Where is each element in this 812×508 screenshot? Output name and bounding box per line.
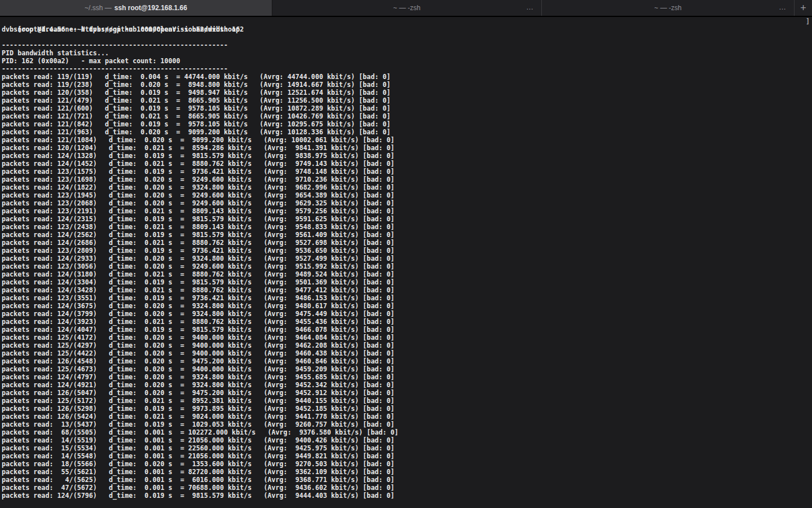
terminal-trailing-bracket: ]: [806, 17, 810, 25]
terminal-line: packets read: 124/(3799) d_time: 0.020 s…: [0, 310, 812, 318]
terminal-line: packets read: 68/(5505) d_time: 0.001 s …: [0, 428, 812, 436]
tab-title-command: ssh root@192.168.1.66: [114, 4, 187, 12]
terminal-line: packets read: 124/(4047) d_time: 0.019 s…: [0, 326, 812, 334]
terminal-line: packets read: 123/(1698) d_time: 0.020 s…: [0, 176, 812, 183]
terminal-line: packets read: 124/(2686) d_time: 0.021 s…: [0, 239, 812, 247]
terminal-line: packets read: 126/(4548) d_time: 0.020 s…: [0, 357, 812, 365]
terminal-line: packets read: 124/(3180) d_time: 0.021 s…: [0, 270, 812, 278]
terminal-line: packets read: 124/(4797) d_time: 0.020 s…: [0, 373, 812, 381]
terminal-line: packets read: 124/(3304) d_time: 0.019 s…: [0, 278, 812, 286]
terminal-line: packets read: 124/(1822) d_time: 0.020 s…: [0, 183, 812, 191]
terminal-line: packets read: 14/(5548) d_time: 0.001 s …: [0, 452, 812, 460]
terminal-line: packets read: 123/(2068) d_time: 0.020 s…: [0, 199, 812, 207]
window-tab-bar: ~/.ssh —ssh root@192.168.1.66 ~ — -zsh ……: [0, 0, 812, 17]
terminal-line: packets read: 124/(1328) d_time: 0.019 s…: [0, 152, 812, 160]
terminal-line: packets read: 119/(119) d_time: 0.004 s …: [0, 73, 812, 81]
terminal-line: packets read: 124/(4921) d_time: 0.020 s…: [0, 381, 812, 389]
tab-title: ~ — -zsh: [393, 4, 420, 12]
tab-title-path: ~/.ssh —: [85, 4, 112, 12]
tab-zsh-1[interactable]: ~ — -zsh …: [272, 0, 542, 16]
terminal-viewport[interactable]: [root@dreamone:~# dvbsnoop -n 10000clear…: [0, 17, 812, 508]
terminal-line: packets read: 18/(5566) d_time: 0.020 s …: [0, 460, 812, 468]
terminal-line: packets read: 126/(5047) d_time: 0.020 s…: [0, 389, 812, 397]
terminal-line: packets read: 125/(5172) d_time: 0.021 s…: [0, 397, 812, 405]
terminal-line: packets read: 55/(5621) d_time: 0.001 s …: [0, 468, 812, 476]
terminal-line: packets read: 120/(358) d_time: 0.019 s …: [0, 89, 812, 97]
tab-overflow-icon[interactable]: …: [526, 3, 534, 11]
terminal-line: packets read: 125/(4673) d_time: 0.020 s…: [0, 365, 812, 373]
terminal-line: packets read: 121/(1084) d_time: 0.020 s…: [0, 136, 812, 144]
terminal-command-row: [root@dreamone:~# dvbsnoop -n 10000clear…: [0, 17, 812, 25]
tab-title: ~ — -zsh: [654, 4, 681, 12]
terminal-line: packets read: 124/(2562) d_time: 0.019 s…: [0, 231, 812, 239]
terminal-line: packets read: 124/(1452) d_time: 0.021 s…: [0, 160, 812, 168]
tab-zsh-2[interactable]: ~ — -zsh …: [542, 0, 795, 16]
terminal-line: packets read: 121/(721) d_time: 0.021 s …: [0, 112, 812, 120]
terminal-line: packets read: 120/(1204) d_time: 0.021 s…: [0, 144, 812, 152]
tab-overflow-icon[interactable]: …: [779, 3, 787, 11]
terminal-command-line: [root@dreamone:~# dvbsnoop -n 10000clear…: [17, 25, 244, 33]
terminal-line: packets read: 121/(842) d_time: 0.019 s …: [0, 120, 812, 128]
terminal-output: dvbsnoop V1.4.56 -- https://github.com/O…: [0, 25, 812, 500]
new-tab-button[interactable]: +: [795, 0, 812, 16]
terminal-line: packets read: 123/(2809) d_time: 0.019 s…: [0, 247, 812, 255]
terminal-line: packets read: 124/(3923) d_time: 0.021 s…: [0, 318, 812, 326]
terminal-line: packets read: 125/(4422) d_time: 0.020 s…: [0, 349, 812, 357]
terminal-line: packets read: 126/(5298) d_time: 0.019 s…: [0, 405, 812, 413]
terminal-line: packets read: 126/(5424) d_time: 0.021 s…: [0, 413, 812, 421]
terminal-line: packets read: 124/(3428) d_time: 0.021 s…: [0, 286, 812, 294]
terminal-line: packets read: 14/(5519) d_time: 0.001 s …: [0, 436, 812, 444]
terminal-line: [0, 33, 812, 41]
terminal-line: packets read: 123/(2191) d_time: 0.021 s…: [0, 207, 812, 215]
terminal-line: PID bandwidth statistics...: [0, 49, 812, 57]
terminal-line: packets read: 123/(3551) d_time: 0.019 s…: [0, 294, 812, 302]
terminal-line: packets read: 123/(1575) d_time: 0.019 s…: [0, 168, 812, 176]
terminal-line: ----------------------------------------…: [0, 41, 812, 49]
terminal-line: PID: 162 (0x00a2) - max packet count: 10…: [0, 57, 812, 65]
terminal-line: packets read: 121/(600) d_time: 0.019 s …: [0, 104, 812, 112]
terminal-line: packets read: 47/(5672) d_time: 0.001 s …: [0, 484, 812, 492]
terminal-line: packets read: 124/(2933) d_time: 0.020 s…: [0, 255, 812, 262]
terminal-line: packets read: 124/(3675) d_time: 0.020 s…: [0, 302, 812, 310]
terminal-line: packets read: 15/(5534) d_time: 0.001 s …: [0, 444, 812, 452]
terminal-line: ----------------------------------------…: [0, 65, 812, 73]
terminal-line: packets read: 123/(2438) d_time: 0.021 s…: [0, 223, 812, 231]
terminal-line: packets read: 121/(479) d_time: 0.021 s …: [0, 97, 812, 104]
terminal-line: packets read: 13/(5437) d_time: 0.019 s …: [0, 421, 812, 428]
terminal-line: packets read: 123/(1945) d_time: 0.020 s…: [0, 191, 812, 199]
terminal-line: packets read: 125/(4172) d_time: 0.020 s…: [0, 334, 812, 341]
terminal-line: packets read: 124/(2315) d_time: 0.019 s…: [0, 215, 812, 223]
terminal-line: packets read: 124/(5796) d_time: 0.019 s…: [0, 492, 812, 500]
terminal-line: packets read: 121/(963) d_time: 0.020 s …: [0, 128, 812, 136]
terminal-line: packets read: 125/(4297) d_time: 0.020 s…: [0, 341, 812, 349]
tab-ssh-session[interactable]: ~/.ssh —ssh root@192.168.1.66: [0, 0, 272, 16]
terminal-line: packets read: 123/(3056) d_time: 0.020 s…: [0, 262, 812, 270]
terminal-line: packets read: 4/(5625) d_time: 0.001 s =…: [0, 476, 812, 484]
terminal-line: packets read: 119/(238) d_time: 0.020 s …: [0, 81, 812, 89]
